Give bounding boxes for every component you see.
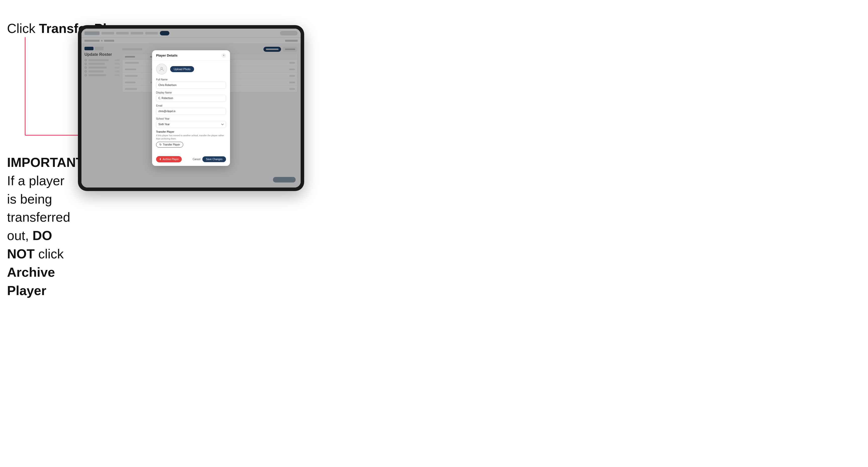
school-year-select[interactable]: Sixth Year First Year Second Year Third … (156, 121, 226, 128)
player-details-modal: Player Details × (152, 50, 230, 166)
school-year-group: School Year Sixth Year First Year Second… (156, 117, 226, 128)
instruction-important: IMPORTANT (7, 155, 84, 170)
avatar (156, 64, 167, 75)
full-name-label: Full Name (156, 78, 226, 81)
email-input[interactable] (156, 108, 226, 115)
transfer-icon: ↻ (159, 143, 162, 146)
display-name-label: Display Name (156, 91, 226, 94)
archive-player-button[interactable]: ⬇ Archive Player (156, 156, 182, 162)
modal-body: Upload Photo Full Name Display Name (152, 61, 230, 154)
close-icon: × (223, 54, 224, 57)
instruction-bottom-line2: click (35, 247, 64, 261)
display-name-input[interactable] (156, 95, 226, 102)
transfer-section-label: Transfer Player (156, 130, 226, 133)
full-name-group: Full Name (156, 78, 226, 89)
display-name-group: Display Name (156, 91, 226, 102)
transfer-section: Transfer Player If this player has moved… (156, 130, 226, 148)
school-year-label: School Year (156, 117, 226, 120)
avatar-row: Upload Photo (156, 64, 226, 75)
modal-footer: ⬇ Archive Player Cancel Save Changes (152, 154, 230, 166)
modal-header: Player Details × (152, 50, 230, 61)
email-label: Email (156, 104, 226, 107)
ipad-device: Update Roster (78, 25, 304, 191)
modal-close-button[interactable]: × (221, 53, 226, 58)
modal-overlay: Player Details × (82, 29, 301, 187)
archive-icon: ⬇ (159, 158, 161, 161)
modal-title: Player Details (156, 54, 178, 57)
instruction-bottom: IMPORTANT: If a player is being transfer… (7, 153, 78, 300)
email-group: Email (156, 104, 226, 115)
ipad-screen: Update Roster (82, 29, 301, 187)
transfer-section-description: If this player has moved to another scho… (156, 134, 226, 140)
cancel-button[interactable]: Cancel (192, 158, 200, 161)
transfer-btn-label: Transfer Player (163, 143, 180, 146)
instruction-archive: Archive Player (7, 265, 55, 298)
full-name-input[interactable] (156, 82, 226, 89)
save-changes-button[interactable]: Save Changes (203, 156, 226, 162)
transfer-player-button[interactable]: ↻ Transfer Player (156, 142, 183, 148)
archive-btn-label: Archive Player (163, 158, 179, 161)
svg-point-3 (161, 67, 162, 69)
upload-photo-button[interactable]: Upload Photo (170, 66, 194, 72)
instruction-top-text: Click (7, 21, 39, 36)
